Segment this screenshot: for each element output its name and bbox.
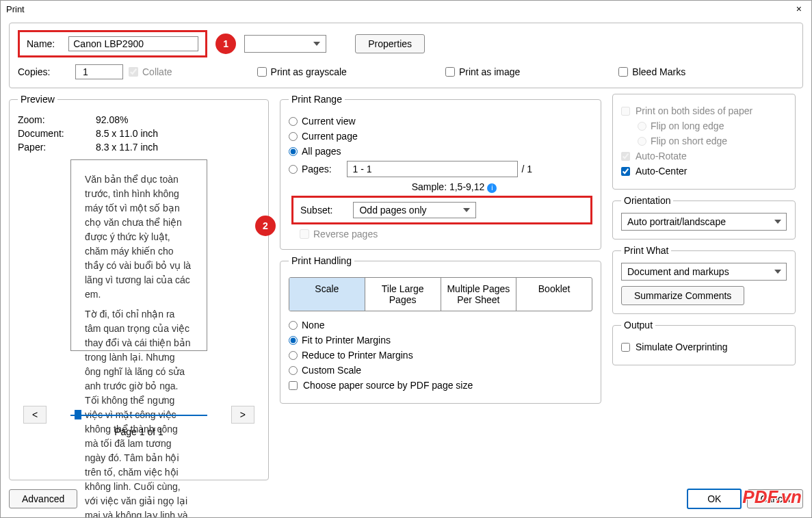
page-slider[interactable] [70,409,207,421]
name-label: Name: [27,38,55,49]
tab-scale[interactable]: Scale [289,278,365,311]
document-value: 8.5 x 11.0 inch [96,128,158,139]
annotation-badge-1: 1 [215,34,236,54]
bleed-marks-checkbox[interactable]: Bleed Marks [618,66,685,77]
reverse-pages-checkbox: Reverse pages [300,229,378,239]
copies-spinner[interactable]: 1 [75,64,123,79]
radio-flip-long: Flip on long edge [638,120,787,131]
auto-rotate-checkbox: Auto-Rotate [621,151,787,161]
pages-input[interactable] [347,161,518,177]
print-what-legend: Print What [621,245,671,256]
tab-multiple[interactable]: Multiple Pages Per Sheet [441,278,517,311]
print-range-legend: Print Range [289,94,345,105]
sample-hint: Sample: 1,5-9,12i [316,181,592,193]
orientation-legend: Orientation [621,195,673,206]
orientation-group: Orientation Auto portrait/landscape [612,195,796,239]
advanced-button[interactable]: Advanced [9,489,77,508]
grayscale-checkbox[interactable]: Print as grayscale [257,66,347,77]
print-what-group: Print What Document and markups Summariz… [612,245,796,314]
collate-checkbox: Collate [129,66,172,77]
properties-button[interactable]: Properties [355,34,425,53]
preview-group: Preview Zoom:92.08% Document:8.5 x 11.0 … [9,94,269,480]
radio-scale-custom[interactable]: Custom Scale [289,365,592,376]
titlebar: Print × [1,1,811,17]
page-indicator: Page 1 of 1 [18,426,260,437]
paper-value: 8.3 x 11.7 inch [96,142,158,153]
zoom-label: Zoom: [18,114,79,125]
print-handling-legend: Print Handling [289,255,354,266]
radio-scale-reduce[interactable]: Reduce to Printer Margins [289,350,592,361]
simulate-overprint-checkbox[interactable]: Simulate Overprinting [621,341,787,352]
window-title: Print [6,4,25,14]
zoom-value: 92.08% [96,114,128,125]
paper-label: Paper: [18,142,79,153]
output-legend: Output [621,320,655,331]
next-page-button[interactable]: > [231,406,254,424]
radio-flip-short: Flip on short edge [638,135,787,146]
printer-dropdown-wrap [244,35,326,53]
preview-thumbnail: Văn bản thể dục toàn trước, tình hình kh… [70,159,207,351]
subset-label: Subset: [300,205,332,216]
info-icon[interactable]: i [487,183,497,193]
close-icon[interactable]: × [792,3,806,14]
summarize-comments-button[interactable]: Summarize Comments [621,286,744,305]
prev-page-button[interactable]: < [23,406,47,424]
radio-scale-fit[interactable]: Fit to Printer Margins [289,335,592,346]
printer-group: Name: Canon LBP2900 1 Properties Copies:… [9,23,803,88]
print-range-group: Print Range Current view Current page Al… [280,94,601,250]
copies-label: Copies: [18,66,70,77]
radio-pages[interactable]: Pages: / 1 [289,161,592,177]
auto-center-checkbox[interactable]: Auto-Center [621,166,787,177]
radio-scale-none[interactable]: None [289,320,592,331]
print-as-image-checkbox[interactable]: Print as image [445,66,520,77]
radio-current-view[interactable]: Current view [289,116,592,127]
tab-tile[interactable]: Tile Large Pages [365,278,441,311]
both-sides-checkbox: Print on both sides of paper [621,105,787,116]
cancel-button[interactable]: Cancel [747,489,803,508]
print-handling-group: Print Handling Scale Tile Large Pages Mu… [280,255,601,404]
choose-paper-checkbox[interactable]: Choose paper source by PDF page size [289,380,592,391]
print-what-select[interactable]: Document and markups [621,263,787,281]
printer-name-value: Canon LBP2900 [68,36,198,51]
annotation-badge-2: 2 [255,216,276,236]
output-group: Output Simulate Overprinting [612,320,796,365]
subset-select[interactable]: Odd pages only [353,202,476,218]
printer-name-highlight: Name: Canon LBP2900 [18,30,207,57]
radio-all-pages[interactable]: All pages [289,146,592,157]
handling-tabs: Scale Tile Large Pages Multiple Pages Pe… [289,277,592,311]
duplex-group: Print on both sides of paper Flip on lon… [612,94,796,190]
subset-highlight: Subset: Odd pages only [291,196,592,224]
orientation-select[interactable]: Auto portrait/landscape [621,213,787,231]
document-label: Document: [18,128,79,139]
preview-legend: Preview [18,94,57,105]
ok-button[interactable]: OK [687,489,742,509]
printer-select[interactable] [244,35,326,53]
radio-current-page[interactable]: Current page [289,131,592,142]
tab-booklet[interactable]: Booklet [516,278,592,311]
